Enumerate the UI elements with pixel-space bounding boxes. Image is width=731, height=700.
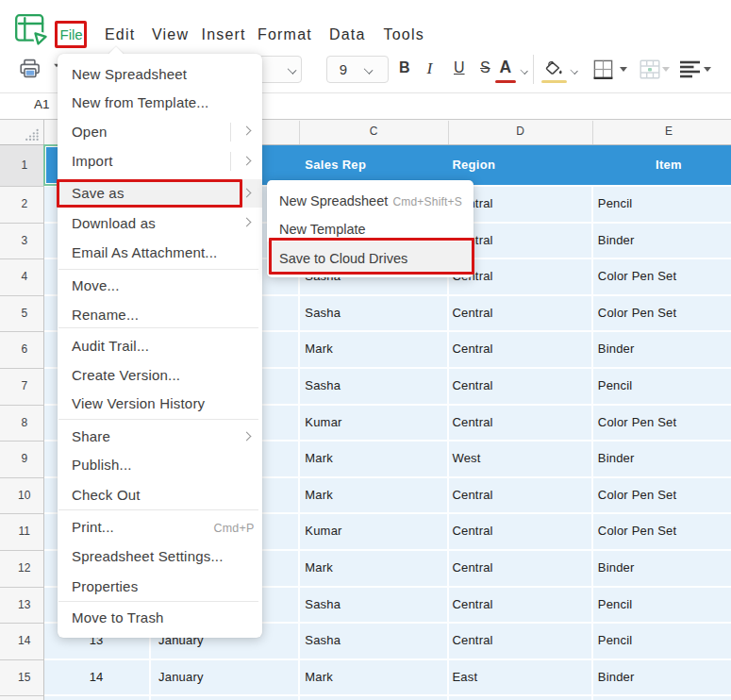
file-menu-item[interactable]: Print... Cmd+P bbox=[58, 513, 262, 542]
italic-button[interactable]: I bbox=[427, 58, 433, 78]
cell-D15[interactable]: East bbox=[452, 659, 477, 696]
cell-D10[interactable]: Central bbox=[452, 477, 492, 514]
cell-D13[interactable]: Central bbox=[452, 587, 492, 624]
cell-D14[interactable]: Central bbox=[452, 623, 492, 659]
cell-A15[interactable]: 14 bbox=[43, 659, 150, 696]
column-header-D[interactable]: D bbox=[502, 120, 540, 144]
file-menu-item-label: Email As Attachment... bbox=[72, 239, 217, 267]
file-menu-item[interactable]: View Version History bbox=[58, 390, 262, 418]
submenu-item[interactable]: New Spreadsheet Cmd+Shift+S bbox=[267, 187, 473, 215]
column-header-C[interactable]: C bbox=[355, 120, 392, 144]
underline-button[interactable]: U bbox=[454, 59, 465, 76]
borders-dropdown-caret[interactable] bbox=[620, 67, 627, 72]
cell-D7[interactable]: Central bbox=[452, 368, 492, 405]
cell-E5[interactable]: Color Pen Set bbox=[598, 295, 677, 332]
row-header-5[interactable]: 5 bbox=[3, 296, 46, 332]
cell-E9[interactable]: Binder bbox=[598, 441, 635, 477]
cell-C14[interactable]: Sasha bbox=[305, 623, 341, 659]
cell-C7[interactable]: Sasha bbox=[305, 368, 341, 405]
row-header-7[interactable]: 7 bbox=[3, 369, 46, 405]
row-header-14[interactable]: 14 bbox=[3, 624, 46, 659]
file-menu-item[interactable]: Check Out bbox=[58, 481, 262, 509]
borders-icon[interactable] bbox=[593, 59, 613, 79]
row-header-3[interactable]: 3 bbox=[3, 224, 46, 259]
file-menu-item[interactable]: Import bbox=[58, 147, 262, 175]
file-menu-item[interactable]: New from Template... bbox=[58, 89, 262, 117]
cell-D8[interactable]: Central bbox=[452, 405, 492, 442]
cell-C11[interactable]: Kumar bbox=[305, 513, 341, 550]
cell-B15[interactable]: January bbox=[158, 659, 204, 696]
file-menu-item[interactable]: Move to Trash bbox=[58, 604, 262, 632]
strikethrough-button[interactable]: S bbox=[480, 59, 490, 76]
cell-C12[interactable]: Mark bbox=[305, 550, 333, 587]
file-menu-item[interactable]: Move... bbox=[58, 272, 262, 300]
row-header-11[interactable]: 11 bbox=[3, 514, 46, 550]
cell-C9[interactable]: Mark bbox=[305, 441, 333, 477]
fill-color-chevron-icon[interactable] bbox=[570, 67, 577, 75]
file-menu-item[interactable]: Email As Attachment... bbox=[58, 239, 262, 267]
row-header-6[interactable]: 6 bbox=[3, 332, 46, 368]
header-cell-item[interactable]: Item bbox=[622, 145, 716, 186]
cell-D6[interactable]: Central bbox=[452, 331, 492, 368]
cell-E15[interactable]: Binder bbox=[598, 659, 635, 696]
row-header-2[interactable]: 2 bbox=[3, 187, 46, 223]
file-menu-item[interactable]: Spreadsheet Settings... bbox=[58, 542, 262, 571]
bold-button[interactable]: B bbox=[399, 59, 410, 76]
file-menu-item[interactable]: Share bbox=[58, 423, 262, 451]
horizontal-align-icon[interactable] bbox=[680, 60, 702, 79]
cell-C15[interactable]: Mark bbox=[305, 659, 333, 696]
cell-E14[interactable]: Pencil bbox=[598, 623, 633, 659]
cell-E8[interactable]: Color Pen Set bbox=[598, 405, 677, 442]
cell-D9[interactable]: West bbox=[452, 441, 480, 477]
row-header-15[interactable]: 15 bbox=[3, 660, 46, 696]
cell-D11[interactable]: Central bbox=[452, 513, 492, 550]
cell-E2[interactable]: Pencil bbox=[598, 186, 633, 223]
file-menu-item[interactable]: Open bbox=[58, 118, 262, 146]
cell-E6[interactable]: Binder bbox=[598, 331, 635, 368]
cell-E12[interactable]: Binder bbox=[598, 550, 635, 587]
fill-color-bar bbox=[541, 80, 567, 84]
row-header-13[interactable]: 13 bbox=[3, 588, 46, 624]
cell-E13[interactable]: Pencil bbox=[598, 587, 633, 624]
submenu-chevron-icon bbox=[243, 433, 251, 441]
cell-C6[interactable]: Mark bbox=[305, 331, 333, 368]
file-menu-item-label: Properties bbox=[72, 573, 138, 601]
cell-E7[interactable]: Pencil bbox=[598, 368, 633, 405]
row-header-4[interactable]: 4 bbox=[3, 259, 46, 295]
row-header-1[interactable]: 1 bbox=[3, 145, 46, 186]
print-icon[interactable] bbox=[19, 58, 41, 78]
file-menu-item[interactable]: Rename... bbox=[58, 301, 262, 329]
merge-dropdown-caret bbox=[662, 67, 670, 72]
cell-E10[interactable]: Color Pen Set bbox=[598, 477, 677, 514]
file-menu-item[interactable]: Download as bbox=[58, 209, 262, 238]
file-menu-item[interactable]: Publish... bbox=[58, 451, 262, 479]
cell-C13[interactable]: Sasha bbox=[305, 587, 341, 624]
cell-D12[interactable]: Central bbox=[452, 550, 492, 587]
row-header-8[interactable]: 8 bbox=[3, 406, 46, 442]
file-menu-item[interactable]: Create Version... bbox=[58, 361, 262, 390]
row-header-9[interactable]: 9 bbox=[3, 442, 46, 477]
row-header-10[interactable]: 10 bbox=[3, 478, 46, 514]
cell-C10[interactable]: Mark bbox=[305, 477, 333, 514]
align-dropdown-caret[interactable] bbox=[704, 67, 711, 72]
cell-C5[interactable]: Sasha bbox=[305, 295, 341, 332]
cell-E4[interactable]: Color Pen Set bbox=[598, 258, 677, 295]
column-header-E[interactable]: E bbox=[650, 120, 688, 144]
fill-color-icon[interactable] bbox=[544, 60, 564, 76]
font-color-chevron-icon[interactable] bbox=[520, 67, 527, 75]
cell-D5[interactable]: Central bbox=[452, 295, 492, 332]
file-menu-item[interactable]: Properties bbox=[58, 573, 262, 601]
row-header-12[interactable]: 12 bbox=[3, 551, 46, 587]
file-annotation-box bbox=[55, 21, 87, 49]
font-color-button[interactable]: A bbox=[500, 58, 512, 77]
file-menu-item[interactable]: New Spreadsheet bbox=[58, 60, 262, 89]
select-all-corner[interactable] bbox=[25, 128, 40, 142]
font-color-bar bbox=[495, 80, 516, 84]
menu-separator bbox=[58, 601, 258, 602]
column-header-divider bbox=[448, 121, 449, 144]
save-to-cloud-annotation-box bbox=[269, 238, 475, 275]
file-menu-item[interactable]: Audit Trail... bbox=[58, 332, 262, 360]
cell-E3[interactable]: Binder bbox=[598, 223, 635, 259]
cell-C8[interactable]: Kumar bbox=[305, 405, 341, 442]
cell-E11[interactable]: Color Pen Set bbox=[598, 513, 677, 550]
